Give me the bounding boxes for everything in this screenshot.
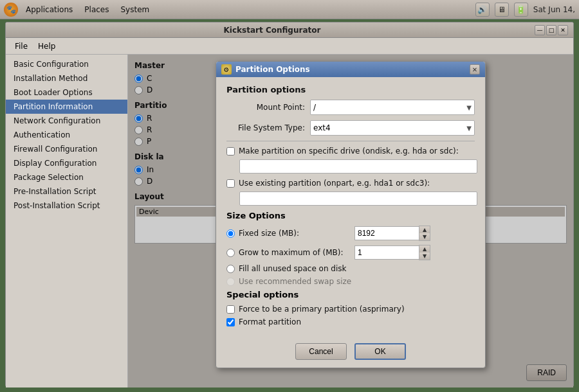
dialog-close-button[interactable]: ✕ [470, 64, 480, 75]
dialog-title: Partition Options [235, 65, 470, 74]
sidebar-item-auth[interactable]: Authentication [6, 128, 127, 142]
mount-point-select[interactable]: / ▼ [310, 100, 475, 115]
fixed-size-spinner-btns: ▲ ▼ [419, 226, 430, 241]
fixed-size-down-btn[interactable]: ▼ [419, 233, 430, 240]
onpart-checkbox[interactable] [226, 179, 235, 188]
format-checkbox[interactable] [226, 318, 235, 326]
sidebar-item-pre-script[interactable]: Pre-Installation Script [6, 184, 127, 199]
volume-icon[interactable]: 🔊 [475, 3, 490, 17]
sidebar-item-display[interactable]: Display Configuration [6, 156, 127, 170]
ok-button[interactable]: OK [354, 343, 406, 360]
main-window: Kickstart Configurator — □ ✕ File Help B… [5, 22, 574, 387]
asprimary-label: Force to be a primary partition (asprima… [239, 305, 405, 314]
sidebar-item-partition[interactable]: Partition Information [6, 100, 127, 114]
sidebar-item-installation[interactable]: Installation Method [6, 71, 127, 85]
grow-max-radio[interactable] [226, 249, 235, 257]
maximize-button[interactable]: □ [546, 25, 556, 35]
sidebar-item-basic[interactable]: Basic Configuration [6, 57, 127, 71]
taskbar-top: 🐾 Applications Places System 🔊 🖥 🔋 Sat J… [0, 0, 579, 19]
grow-max-down-btn[interactable]: ▼ [419, 253, 430, 260]
onpart-input-row [239, 192, 475, 206]
dialog-content: Partition options Mount Point: / ▼ File … [216, 77, 485, 338]
fixed-size-spinner: ▲ ▼ [354, 226, 430, 241]
fixed-size-radio[interactable] [226, 229, 235, 238]
sidebar-item-network[interactable]: Network Configuration [6, 114, 127, 128]
sidebar: Basic Configuration Installation Method … [6, 55, 128, 388]
filesystem-select[interactable]: ext4 ▼ [310, 120, 475, 136]
asprimary-row: Force to be a primary partition (asprima… [226, 305, 475, 314]
main-body: Basic Configuration Installation Method … [6, 55, 573, 388]
partition-options-dialog: ⚙ Partition Options ✕ Partition options … [216, 61, 486, 368]
filesystem-value: ext4 [313, 123, 331, 132]
app-icon: 🐾 [4, 3, 18, 17]
mount-point-row: Mount Point: / ▼ [226, 100, 475, 115]
taskbar-system[interactable]: System [115, 4, 154, 15]
divider-1 [226, 141, 475, 141]
taskbar-places[interactable]: Places [79, 4, 114, 15]
sidebar-item-firewall[interactable]: Firewall Configuration [6, 142, 127, 156]
main-titlebar: Kickstart Configurator — □ ✕ [6, 22, 573, 38]
swap-radio [226, 278, 235, 286]
cancel-button[interactable]: Cancel [295, 343, 347, 360]
fixed-size-label: Fixed size (MB): [239, 229, 354, 238]
content-area: Master C D Partitio R R P Disk la In D L… [128, 55, 573, 388]
sidebar-item-packages[interactable]: Package Selection [6, 170, 127, 184]
fixed-size-input[interactable] [354, 226, 419, 240]
size-options-title: Size Options [226, 211, 475, 220]
onpart-input[interactable] [239, 192, 477, 206]
format-label: Format partition [239, 317, 301, 326]
special-options-title: Special options [226, 290, 475, 299]
filesystem-arrow: ▼ [466, 125, 472, 132]
grow-max-input[interactable] [354, 245, 419, 260]
mount-point-value: / [313, 103, 316, 112]
grow-max-row: Grow to maximum of (MB): ▲ ▼ [226, 245, 475, 260]
swap-label: Use recommended swap size [239, 277, 354, 286]
ondisk-checkbox[interactable] [226, 147, 235, 156]
grow-max-spinner: ▲ ▼ [354, 245, 430, 260]
main-window-title: Kickstart Configurator [11, 26, 533, 35]
grow-max-spinner-btns: ▲ ▼ [419, 245, 430, 260]
fill-unused-label: Fill all unused space on disk [239, 264, 354, 273]
mount-point-label: Mount Point: [226, 103, 310, 112]
dialog-icon: ⚙ [221, 64, 232, 75]
filesystem-label: File System Type: [226, 123, 310, 132]
grow-max-label: Grow to maximum of (MB): [239, 248, 354, 257]
clock: Sat Jun 14, [533, 5, 575, 14]
asprimary-checkbox[interactable] [226, 305, 235, 314]
ondisk-label: Make partition on specific drive (ondisk… [239, 147, 459, 156]
ondisk-checkbox-row: Make partition on specific drive (ondisk… [226, 147, 475, 156]
grow-max-up-btn[interactable]: ▲ [419, 245, 430, 253]
swap-row: Use recommended swap size [226, 277, 475, 286]
network-icon[interactable]: 🖥 [495, 3, 509, 17]
mount-point-arrow: ▼ [466, 104, 472, 111]
taskbar-applications[interactable]: Applications [21, 4, 78, 15]
format-row: Format partition [226, 317, 475, 326]
sidebar-item-post-script[interactable]: Post-Installation Script [6, 199, 127, 213]
fixed-size-row: Fixed size (MB): ▲ ▼ [226, 226, 475, 241]
ondisk-input[interactable] [239, 159, 477, 174]
fill-unused-row: Fill all unused space on disk [226, 264, 475, 273]
minimize-button[interactable]: — [535, 25, 545, 35]
fixed-size-up-btn[interactable]: ▲ [419, 226, 430, 233]
ondisk-input-row [239, 159, 475, 174]
sidebar-item-bootloader[interactable]: Boot Loader Options [6, 85, 127, 100]
dialog-buttons: Cancel OK [216, 338, 485, 368]
file-menu[interactable]: File [10, 40, 33, 52]
onpart-checkbox-row: Use existing partition (onpart, e.g. hda… [226, 179, 475, 188]
partition-options-title: Partition options [226, 85, 475, 94]
taskbar-right: 🔊 🖥 🔋 Sat Jun 14, [475, 3, 575, 17]
dialog-overlay: ⚙ Partition Options ✕ Partition options … [128, 55, 573, 388]
battery-icon[interactable]: 🔋 [514, 3, 528, 17]
fill-unused-radio[interactable] [226, 265, 235, 273]
taskbar-menu: Applications Places System [21, 4, 154, 15]
filesystem-row: File System Type: ext4 ▼ [226, 120, 475, 136]
close-button[interactable]: ✕ [558, 25, 568, 35]
onpart-label: Use existing partition (onpart, e.g. hda… [239, 179, 430, 188]
dialog-titlebar: ⚙ Partition Options ✕ [216, 62, 485, 77]
main-menubar: File Help [6, 38, 573, 55]
help-menu[interactable]: Help [33, 40, 60, 52]
